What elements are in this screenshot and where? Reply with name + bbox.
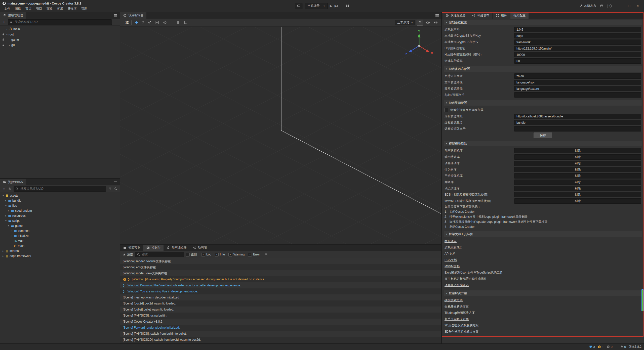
scene-menu-button[interactable]: [433, 12, 441, 19]
expander-open-icon[interactable]: ▾: [5, 33, 9, 36]
doc-link[interactable]: 原生包热更新配置自动生成插件: [445, 277, 487, 281]
filter-warning-toggle[interactable]: Warning: [228, 253, 245, 256]
tree-item[interactable]: ▾script: [0, 218, 120, 223]
log-row[interactable]: [Window] model_view文件夹存在: [120, 270, 441, 276]
doc-link[interactable]: API文档: [445, 252, 455, 256]
section-header[interactable]: ▾框架模块剔除: [444, 141, 642, 146]
log-row[interactable]: ❯[Window] You are running Vue in develop…: [120, 288, 441, 294]
assets-menu-button[interactable]: [111, 179, 120, 185]
rotate-tool-button[interactable]: [141, 21, 144, 25]
tree-item[interactable]: ▸seedrandom: [0, 208, 120, 213]
console-search-input[interactable]: 搜索: [135, 252, 184, 257]
checkbox-icon[interactable]: [445, 108, 448, 112]
doc-link[interactable]: 2D角色扮演游戏解决方案: [445, 323, 478, 328]
hierarchy-search-input[interactable]: 搜索名称或 UUID: [8, 19, 112, 25]
build-publish-button[interactable]: 构建发布: [579, 4, 596, 8]
play-button[interactable]: ▶: [330, 4, 332, 8]
minimize-button[interactable]: –: [616, 2, 625, 10]
tree-item[interactable]: ▾main: [0, 26, 120, 32]
log-row[interactable]: [Scene] Forward render pipeline initiali…: [120, 325, 441, 331]
tree-item[interactable]: ▾root: [0, 32, 120, 37]
checkbox-icon[interactable]: [201, 253, 205, 256]
expander-closed-icon[interactable]: ▸: [8, 44, 11, 46]
doc-link[interactable]: 3D角色扮演游戏解决方案: [445, 330, 478, 334]
remove-module-button[interactable]: 剔除: [514, 161, 641, 166]
scale-tool-button[interactable]: [146, 20, 152, 25]
hierarchy-menu-button[interactable]: [111, 12, 120, 19]
log-row[interactable]: [Scene] Cocos Creator v3.8.2: [120, 319, 441, 325]
doc-link[interactable]: ECS文档: [445, 258, 457, 262]
tree-item[interactable]: ▸common: [0, 228, 120, 233]
expander-open-icon[interactable]: ▾: [4, 220, 8, 222]
tree-item[interactable]: ▸internal: [0, 248, 120, 253]
remove-module-button[interactable]: 剔除: [514, 148, 641, 153]
remove-module-button[interactable]: 剔除: [514, 192, 641, 197]
field-input[interactable]: language/json: [514, 80, 641, 85]
log-row[interactable]: ❯[Window] [Vue warn]: Property "onInput"…: [120, 276, 441, 282]
tree-item[interactable]: ▸oops-framework: [0, 253, 120, 258]
assets-filter-button[interactable]: [108, 186, 112, 191]
clear-console-button[interactable]: 清空: [123, 252, 133, 257]
doc-link[interactable]: 全栈开发解决方案: [445, 304, 469, 309]
remove-module-button[interactable]: 剔除: [514, 167, 641, 172]
expander-closed-icon[interactable]: ▸: [10, 230, 13, 232]
scene-light-toggle[interactable]: [417, 20, 423, 26]
expander-closed-icon[interactable]: ❯: [128, 278, 130, 281]
tree-item[interactable]: ▾libs: [0, 203, 120, 208]
remove-module-button[interactable]: 剔除: [514, 180, 641, 185]
log-row[interactable]: [Window] ecs文件夹存在: [120, 264, 441, 270]
section-header[interactable]: ▾框架文档工具链接: [444, 231, 642, 237]
step-button[interactable]: ▶: [335, 4, 338, 8]
log-row[interactable]: [Window] render_texture文件夹存在: [120, 258, 441, 264]
message-counter[interactable]: 3: [589, 345, 595, 349]
angle-snap-button[interactable]: [183, 20, 189, 25]
section-header[interactable]: ▾框架解决方案: [444, 290, 642, 296]
field-input[interactable]: 1.0.5: [514, 27, 641, 32]
expander-open-icon[interactable]: ▾: [4, 204, 8, 207]
expander-closed-icon[interactable]: ▸: [2, 250, 5, 252]
assets-search-input[interactable]: 搜索名称或 UUID: [14, 186, 106, 192]
preview-device-button[interactable]: [295, 3, 302, 9]
menu-item[interactable]: 扩展: [55, 7, 65, 11]
remove-module-button[interactable]: 剔除: [514, 154, 641, 160]
tab-assets[interactable]: 资源管理器: [0, 179, 26, 185]
save-button[interactable]: 保存: [534, 133, 552, 138]
expander-closed-icon[interactable]: ▸: [7, 209, 10, 212]
expander-closed-icon[interactable]: ▸: [10, 235, 13, 237]
close-button[interactable]: ×: [633, 2, 642, 10]
inspector-scrollbar-thumb[interactable]: [641, 289, 644, 311]
error-counter[interactable]: 0: [607, 345, 613, 349]
add-asset-button[interactable]: +: [2, 186, 6, 191]
field-input[interactable]: zh,en: [514, 73, 641, 79]
regex-toggle[interactable]: 正则: [186, 252, 197, 257]
expander-closed-icon[interactable]: ❯: [123, 290, 125, 293]
doc-link[interactable]: 战棋游戏框架: [445, 298, 463, 302]
expander-closed-icon[interactable]: ▸: [4, 214, 8, 217]
expander-closed-icon[interactable]: ▸: [2, 255, 5, 257]
section-header[interactable]: ▾游戏基础配置: [444, 20, 642, 25]
doc-link[interactable]: 游戏模板项目: [445, 245, 463, 250]
view-mode-dropdown[interactable]: 正常浏览 ▾: [395, 20, 415, 25]
export-log-button[interactable]: [264, 252, 268, 257]
dimension-toggle-button[interactable]: 3D: [123, 20, 132, 25]
console-tab-animation-editor[interactable]: 动画编辑器: [164, 245, 190, 251]
filter-info-toggle[interactable]: Info: [215, 253, 225, 256]
scene-viewport[interactable]: Y X Z: [120, 27, 441, 244]
package-icon[interactable]: [600, 4, 603, 8]
console-tab-console[interactable]: 控制台: [143, 245, 164, 251]
tab-property-inspector[interactable]: 属性检查器: [442, 12, 469, 19]
tree-item[interactable]: ▸resources: [0, 213, 120, 218]
layout-grid-icon[interactable]: [346, 4, 349, 8]
tree-item[interactable]: ▸initialize: [0, 233, 120, 238]
lock-icon[interactable]: [2, 38, 5, 41]
pivot-toggle-button[interactable]: [162, 20, 168, 25]
section-header[interactable]: ▾游戏多语言配置: [444, 66, 642, 72]
console-tab-animation-graph[interactable]: 动画图: [190, 245, 210, 251]
menu-item[interactable]: 项目: [34, 7, 44, 11]
doc-link[interactable]: Tiledmap地图解决方案: [445, 311, 475, 315]
expander-open-icon[interactable]: ▾: [2, 194, 5, 197]
expander-open-icon[interactable]: ▾: [7, 225, 10, 227]
sort-assets-button[interactable]: [8, 186, 12, 191]
doc-link[interactable]: Excel格式转Json文件与TypeScript代码工具: [445, 271, 503, 275]
tree-item[interactable]: TSMain: [0, 238, 120, 243]
